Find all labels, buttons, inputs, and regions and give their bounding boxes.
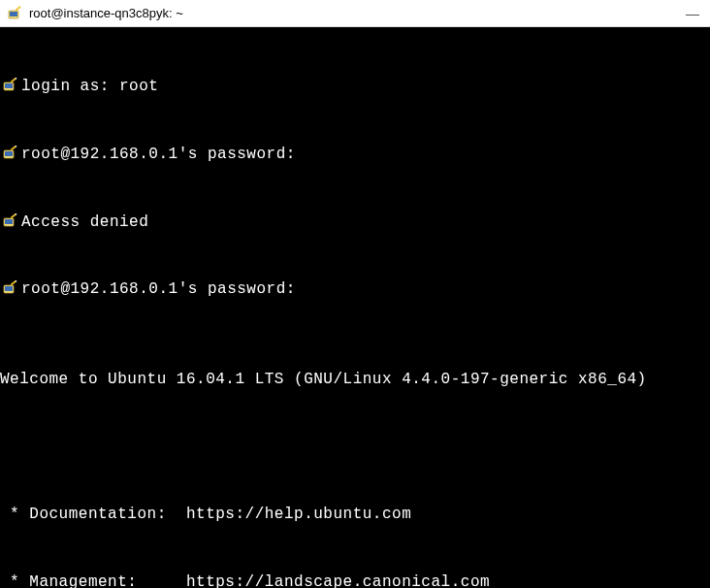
putty-icon xyxy=(0,76,21,93)
minimize-button[interactable]: — xyxy=(683,4,702,23)
window-titlebar: root@instance-qn3c8pyk: ~ — xyxy=(0,0,710,27)
motd-documentation: * Documentation: https://help.ubuntu.com xyxy=(0,504,411,526)
login-prompt: login as: root xyxy=(21,76,158,98)
motd-management: * Management: https://landscape.canonica… xyxy=(0,572,490,589)
window-title: root@instance-qn3c8pyk: ~ xyxy=(29,6,683,20)
password-prompt: root@192.168.0.1's password: xyxy=(21,278,296,301)
terminal-output[interactable]: login as: root root@192.168.0.1's passwo… xyxy=(0,27,710,588)
putty-icon xyxy=(0,278,21,296)
putty-icon xyxy=(8,6,23,21)
putty-icon xyxy=(0,212,21,229)
access-denied: Access denied xyxy=(21,212,148,234)
motd-welcome: Welcome to Ubuntu 16.04.1 LTS (GNU/Linux… xyxy=(0,369,647,391)
window-controls: — xyxy=(683,4,702,23)
putty-icon xyxy=(0,144,21,161)
password-prompt: root@192.168.0.1's password: xyxy=(21,144,296,166)
